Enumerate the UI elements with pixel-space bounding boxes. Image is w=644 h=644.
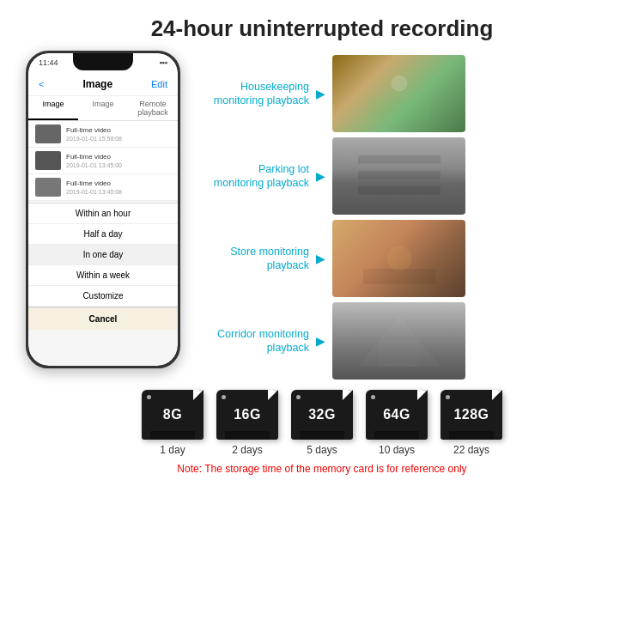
sd-label: 128G	[453, 407, 489, 422]
phone-icons: ▪▪▪	[159, 58, 167, 67]
phone-dropdown-one-day[interactable]: In one day	[28, 245, 178, 265]
phone-notch	[73, 53, 133, 70]
card-days: 2 days	[232, 444, 262, 456]
sd-label: 8G	[163, 407, 182, 422]
phone-dropdown-half-day[interactable]: Half a day	[28, 224, 178, 245]
phone-wrapper: 11:44 ▪▪▪ < Image Edit Image Image Remot…	[17, 51, 189, 380]
monitoring-arrow-3: ▶	[316, 252, 325, 265]
phone-time: 11:44	[39, 58, 58, 67]
phone-screen: 11:44 ▪▪▪ < Image Edit Image Image Remot…	[28, 53, 178, 366]
card-days: 10 days	[379, 444, 415, 456]
sd-dot	[147, 395, 151, 399]
monitoring-housekeeping-img	[332, 55, 465, 132]
phone-nav-title: Image	[82, 78, 112, 90]
phone-edit-button[interactable]: Edit	[151, 79, 167, 89]
sd-label: 64G	[383, 407, 410, 422]
phone-nav-bar: < Image Edit	[28, 72, 178, 96]
phone-item-date-2: 2019-01-01 13:45:00	[66, 162, 122, 168]
phone-thumb-3	[35, 178, 61, 197]
monitoring-corridor-img	[332, 302, 465, 380]
sd-notch	[417, 390, 428, 400]
page-title: 24-hour uninterrupted recording	[17, 15, 627, 42]
phone-list-item-3: Full-time video 2019-01-01 13:40:08	[28, 174, 178, 201]
storage-card-8g: 8G 1 day	[142, 390, 204, 456]
cards-row: 8G 1 day 16G 2 days 32G 5 days 64G	[142, 390, 502, 456]
page-header: 24-hour uninterrupted recording	[0, 0, 644, 51]
storage-section: 8G 1 day 16G 2 days 32G 5 days 64G	[0, 380, 644, 480]
phone-item-label-1: Full-time video	[66, 126, 122, 135]
sd-card: 128G	[440, 390, 502, 440]
sd-notch	[268, 390, 278, 400]
monitoring-parking: Parking lot monitoring playback ▶	[197, 137, 627, 215]
monitoring-parking-img	[332, 137, 465, 215]
sd-notch	[492, 390, 502, 400]
sd-label: 32G	[308, 407, 336, 422]
phone-item-label-2: Full-time video	[66, 153, 122, 161]
phone-tab-image2[interactable]: Image	[78, 96, 128, 120]
svg-rect-1	[368, 99, 430, 119]
svg-rect-6	[363, 269, 435, 284]
store-decoration	[346, 228, 453, 289]
phone-dropdown: Within an hour Half a day In one day Wit…	[28, 203, 178, 330]
monitoring-store: Store monitoring playback ▶	[197, 220, 627, 297]
sd-card: 16G	[216, 390, 278, 440]
phone-item-label-3: Full-time video	[66, 179, 122, 188]
monitoring-housekeeping-label: Housekeeping monitoring playback	[197, 80, 309, 108]
svg-rect-4	[358, 186, 440, 195]
sd-dot	[222, 395, 226, 399]
main-content: 11:44 ▪▪▪ < Image Edit Image Image Remot…	[0, 51, 644, 380]
sd-card: 64G	[366, 390, 428, 440]
storage-card-64g: 64G 10 days	[366, 390, 428, 456]
phone-list-item-1: Full-time video 2019-01-01 15:58:08	[28, 121, 178, 148]
monitoring-store-label: Store monitoring playback	[197, 245, 309, 273]
monitoring-parking-label: Parking lot monitoring playback	[197, 162, 309, 191]
monitoring-arrow-4: ▶	[316, 334, 325, 348]
monitoring-housekeeping: Housekeeping monitoring playback ▶	[197, 55, 627, 132]
phone-list-item-2: Full-time video 2019-01-01 13:45:00	[28, 148, 178, 174]
housekeeping-decoration	[346, 63, 453, 125]
storage-note: Note: The storage time of the memory car…	[177, 463, 466, 475]
svg-rect-8	[379, 341, 420, 367]
sd-label: 16G	[234, 407, 261, 422]
monitoring-store-img	[332, 220, 465, 297]
sd-notch	[343, 390, 353, 400]
svg-rect-2	[358, 155, 440, 164]
parking-decoration	[346, 145, 453, 207]
card-days: 1 day	[160, 444, 185, 456]
sd-card: 8G	[142, 390, 204, 440]
phone-tab-remote[interactable]: Remote playback	[128, 96, 178, 120]
phone-thumb-2	[35, 151, 61, 170]
sd-dot	[371, 395, 375, 399]
phone-back-button[interactable]: <	[39, 79, 44, 89]
phone-dropdown-week[interactable]: Within a week	[28, 265, 178, 286]
storage-card-16g: 16G 2 days	[216, 390, 278, 456]
phone-tab-image[interactable]: Image	[28, 96, 78, 120]
sd-notch	[193, 390, 204, 400]
sd-dot	[296, 395, 301, 399]
monitoring-arrow-2: ▶	[316, 169, 325, 183]
card-days: 22 days	[453, 444, 489, 456]
phone-dropdown-customize[interactable]: Customize	[28, 286, 178, 307]
corridor-decoration	[346, 310, 453, 372]
sd-card: 32G	[291, 390, 353, 440]
phone-item-date-1: 2019-01-01 15:58:08	[66, 136, 122, 142]
sd-dot	[446, 395, 450, 399]
phone-cancel-button[interactable]: Cancel	[28, 307, 178, 330]
svg-point-0	[391, 75, 407, 91]
monitoring-arrow-1: ▶	[316, 87, 325, 100]
storage-card-128g: 128G 22 days	[440, 390, 502, 456]
svg-point-5	[386, 246, 411, 271]
monitoring-corridor: Corridor monitoring playback ▶	[197, 302, 627, 380]
card-days: 5 days	[307, 444, 337, 456]
monitoring-corridor-label: Corridor monitoring playback	[197, 327, 309, 355]
storage-card-32g: 32G 5 days	[291, 390, 353, 456]
svg-rect-3	[358, 171, 440, 179]
monitoring-section: Housekeeping monitoring playback ▶ Parki…	[197, 51, 627, 380]
phone-mockup: 11:44 ▪▪▪ < Image Edit Image Image Remot…	[26, 51, 180, 368]
phone-thumb-1	[35, 125, 61, 143]
phone-item-date-3: 2019-01-01 13:40:08	[66, 189, 122, 195]
phone-dropdown-within-hour[interactable]: Within an hour	[28, 204, 178, 224]
phone-tabs: Image Image Remote playback	[28, 96, 178, 121]
